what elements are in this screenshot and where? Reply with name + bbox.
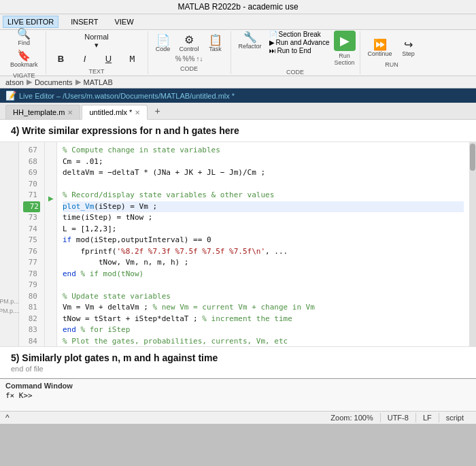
continue-icon: ⏩: [373, 39, 387, 50]
line-numbers: 67 68 69 70 71 72 73 74 75 76 77 78 79 8…: [19, 142, 45, 346]
file-path-bar: 📝 Live Editor – /Users/m.watson/Document…: [0, 88, 476, 103]
code-line-83: end % for iStep: [63, 324, 464, 336]
step-button[interactable]: ↪ Step: [398, 38, 420, 59]
code-line-79: [63, 280, 464, 291]
code-line-76: fprintf('%8.2f %7.3f %7.5f %7.5f %7.5f\n…: [63, 246, 464, 258]
title-bar: MATLAB R2022b - academic use: [0, 0, 476, 14]
code-line-77: tNow, Vm, n, m, h) ;: [63, 257, 464, 269]
zoom-status: Zoom: 100%: [324, 413, 380, 422]
title-text: MATLAB R2022b - academic use: [177, 2, 298, 12]
breadcrumb-item1: atson: [5, 78, 24, 86]
breadcrumb-item3: MATLAB: [84, 78, 113, 86]
run-section-group: 🔧 Refactor 📄 Section Break ▶ Run and Adv…: [231, 31, 360, 74]
italic-button[interactable]: I: [74, 52, 96, 65]
status-left: ^: [5, 413, 324, 422]
collapse-arrow[interactable]: ^: [5, 413, 10, 422]
task-button[interactable]: 📋 Task: [205, 33, 226, 54]
vertical-scrollbar[interactable]: [469, 142, 476, 346]
refactor-button[interactable]: 🔧 Refactor: [235, 31, 265, 51]
continue-button[interactable]: ⏩ Continue: [364, 38, 396, 59]
editor-wrapper: 4) Write similar expressions for n and h…: [0, 120, 476, 378]
find-button[interactable]: 🔍 Find: [13, 27, 35, 48]
code-line-84: % Plot the gates, probabilities, current…: [63, 336, 464, 347]
task-icon: 📋: [209, 35, 222, 46]
underline-button[interactable]: U: [98, 52, 120, 65]
code-editor[interactable]: % Compute change in state variables Cm =…: [57, 142, 469, 346]
code-line-69: deltaVm = −deltaT * (JNa + JK + JL − Jm)…: [63, 167, 464, 179]
code-line-82: tNow = tStart + iStep*deltaT ; % increme…: [63, 314, 464, 325]
run-icon: ▶: [340, 33, 350, 48]
code-line-70: [63, 179, 464, 190]
control-button[interactable]: ⚙ Control: [176, 33, 203, 54]
code-button[interactable]: 📄 Code: [152, 33, 174, 54]
code-line-73: time(iStep) = tNow ;: [63, 212, 464, 224]
run-button[interactable]: ▶: [334, 31, 356, 51]
section-break-label: Section Break: [279, 31, 321, 38]
control-icon: ⚙: [184, 35, 194, 46]
code-line-74: L = [1,2,3];: [63, 224, 464, 235]
status-bar: ^ Zoom: 100% UTF-8 LF script: [0, 411, 476, 424]
menu-insert[interactable]: INSERT: [67, 16, 102, 27]
section5-subtitle: end of file: [11, 365, 465, 373]
toolbar: 🔍 Find 🔖 Bookmark VIGATE Normal▾ B I U M…: [0, 30, 476, 76]
run-end-icon: ⏭: [269, 47, 276, 54]
tab-bar: HH_template.m ✕ untitled.mlx * ✕ +: [0, 103, 476, 120]
command-window: Command Window f× K>>: [0, 378, 476, 411]
command-window-title: Command Window: [5, 382, 471, 390]
tab-add-button[interactable]: +: [149, 103, 165, 119]
breadcrumb-item2: Documents: [35, 78, 73, 86]
code-region: PM.p... PM.p.... 67 68 69 70 71 72 73 74…: [0, 142, 476, 346]
style-dropdown[interactable]: Normal▾: [81, 31, 112, 51]
code-line-75: if mod(iStep,outputInterval) == 0: [63, 235, 464, 246]
menu-live-editor[interactable]: LIVE EDITOR: [3, 16, 58, 28]
text-label: TEXT: [89, 68, 105, 75]
run-advance-icon: ▶: [269, 39, 275, 46]
mode-status: script: [439, 413, 471, 422]
section-break-icon: 📄: [269, 31, 277, 38]
run-arrow: ▶: [48, 195, 54, 202]
section4-header: 4) Write similar expressions for n and h…: [0, 120, 476, 142]
encoding-status: UTF-8: [381, 413, 416, 422]
tab-hh-template[interactable]: HH_template.m ✕: [5, 105, 80, 119]
menu-bar: LIVE EDITOR INSERT VIEW: [0, 14, 476, 30]
navigate-group: 🔍 Find 🔖 Bookmark VIGATE: [3, 31, 46, 74]
code-label: CODE: [180, 65, 198, 72]
tab-untitled[interactable]: untitled.mlx * ✕: [82, 105, 148, 120]
arrow-gutter: ▶: [45, 142, 57, 346]
menu-view[interactable]: VIEW: [110, 16, 137, 27]
code-line-68: Cm = .01;: [63, 156, 464, 168]
command-prompt[interactable]: f× K>>: [5, 391, 471, 400]
tab-close-1[interactable]: ✕: [67, 109, 73, 116]
mono-button[interactable]: M: [122, 52, 143, 65]
refactor-icon: 🔧: [243, 32, 257, 43]
breadcrumb: atson ▶ Documents ▶ MATLAB: [0, 76, 476, 88]
code-group: 📄 Code ⚙ Control 📋 Task %%%↑↓ CODE: [148, 31, 231, 74]
step-icon: ↪: [404, 39, 413, 50]
find-icon: 🔍: [17, 29, 31, 39]
bookmark-button[interactable]: 🔖 Bookmark: [7, 49, 41, 69]
section-nav-group: ⏩ Continue ↪ Step RUN: [360, 31, 424, 74]
line-ending-status: LF: [416, 413, 439, 422]
section5-title: 5) Similarly plot gates n, m and h again…: [11, 352, 465, 363]
scrollbar-thumb[interactable]: [470, 144, 475, 171]
code-line-71: % Record/display state variables & other…: [63, 190, 464, 201]
run-label2: RUN: [385, 61, 398, 68]
bold-button[interactable]: B: [50, 52, 72, 65]
code-line-78: end % if mod(tNow): [63, 269, 464, 280]
bookmark-icon: 🔖: [17, 50, 31, 61]
code-line-72: plot_Vm(iStep) = Vm ;: [63, 201, 464, 213]
run-advance-label: Run and Advance: [276, 39, 330, 46]
file-path-text: Live Editor – /Users/m.watson/Documents/…: [19, 92, 235, 100]
code-line-81: Vm = Vm + deltaVm ; % new Vm = current V…: [63, 302, 464, 314]
code-line-80: % Update state variables: [63, 291, 464, 303]
code-line-67: % Compute change in state variables: [63, 145, 464, 156]
code-icon: 📄: [156, 35, 170, 46]
text-group: Normal▾ B I U M TEXT: [46, 31, 148, 74]
section5: 5) Similarly plot gates n, m and h again…: [0, 346, 476, 378]
left-gutter: PM.p... PM.p....: [0, 142, 19, 346]
tab-close-2[interactable]: ✕: [135, 109, 140, 116]
run-to-end-label: Run to End: [277, 47, 311, 54]
section-group-label: CODE: [286, 69, 304, 76]
